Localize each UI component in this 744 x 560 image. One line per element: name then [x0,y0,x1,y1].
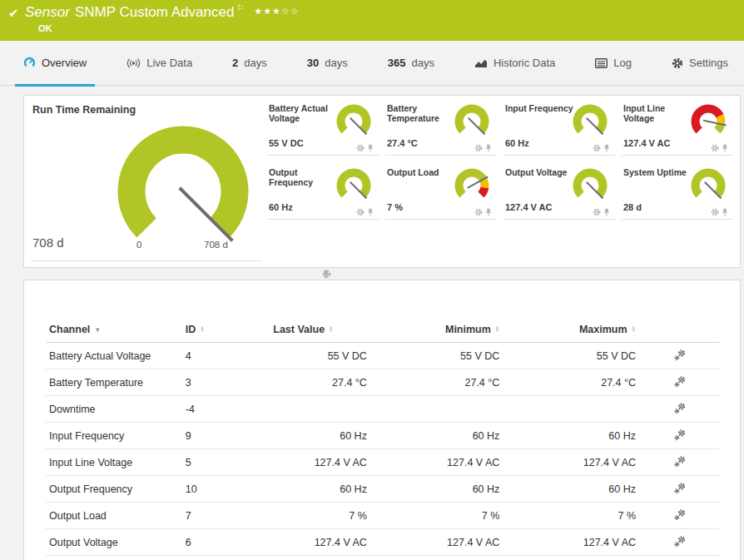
tab-30-days[interactable]: 30 days [307,41,348,86]
main-gauge-tile: Run Time Remaining 708 d 0 708 d [31,101,262,261]
cell-last-value [270,396,370,423]
cell-minimum: 55 V DC [370,343,503,369]
channel-settings-icon[interactable] [673,534,687,548]
column-header-minimum[interactable]: Minimum▲▼ [370,319,503,343]
gauge-value: 27.4 °C [387,138,418,148]
gauge-title: Battery Actual Voltage [269,103,339,123]
tab-live-data[interactable]: Live Data [126,41,192,86]
gear-icon[interactable] [474,144,483,152]
pin-icon[interactable] [722,144,728,152]
tab-number: 30 [307,57,319,69]
cell-channel[interactable]: Output Load [46,503,182,529]
channel-settings-icon[interactable] [673,348,687,361]
cell-last-value: 127.4 V AC [270,529,370,556]
table-row[interactable]: Output Frequency 10 60 Hz 60 Hz 60 Hz [46,476,720,503]
channel-table: Channel▼ ID▲▼ Last Value▲▼ Minimum▲▼ Max… [46,319,720,560]
gauge-title: Output Frequency [269,167,339,187]
tab-settings[interactable]: Settings [672,41,728,86]
column-header-maximum[interactable]: Maximum▲▼ [503,319,639,343]
pin-icon[interactable] [603,208,610,216]
cell-id: 3 [182,369,270,396]
column-header-last-value[interactable]: Last Value▲▼ [270,319,370,343]
gauge-tile-output-voltage: Output Voltage 127.4 V AC [503,165,615,220]
table-row[interactable]: Downtime -4 [46,396,720,423]
gauge-value: 127.4 V AC [505,202,552,212]
tab-2-days[interactable]: 2 days [232,41,267,86]
tab-historic-data[interactable]: Historic Data [474,41,555,86]
table-row[interactable]: Output Load 7 7 % 7 % 7 % [46,503,720,529]
tab-log[interactable]: Log [595,41,632,86]
tab-number: 2 [232,57,238,69]
main-gauge-min-label: 0 [136,240,141,250]
cell-minimum: 7 % [370,503,503,529]
cell-id: 9 [182,423,270,449]
pin-icon[interactable] [322,270,330,279]
cell-channel[interactable]: Downtime [46,396,182,423]
gauge-title: Input Frequency [505,103,575,113]
tab-bar: Overview Live Data 2 days 30 days 365 da… [0,41,744,86]
cell-last-value: 60 Hz [270,476,370,503]
column-header-id[interactable]: ID▲▼ [182,319,270,343]
gear-icon[interactable] [593,208,601,216]
gauge-title: Input Line Voltage [623,103,693,123]
mini-gauge [685,101,732,142]
mini-gauge [449,101,495,142]
gauge-tile-battery-temperature: Battery Temperature 27.4 °C [385,101,497,156]
table-row[interactable]: Battery Actual Voltage 4 55 V DC 55 V DC… [46,343,720,369]
tab-label: Log [613,57,632,69]
live-data-icon [126,58,141,68]
tab-label: Overview [42,57,87,69]
cell-channel[interactable]: Output Voltage [46,529,182,556]
settings-gear-icon [672,57,683,69]
channel-settings-icon[interactable] [673,508,687,521]
gauge-tile-input-line-voltage: Input Line Voltage 127.4 V AC [622,101,733,156]
channel-settings-icon[interactable] [673,401,687,414]
gear-icon[interactable] [711,144,719,152]
priority-stars[interactable]: ★★★☆☆ [254,6,299,16]
table-row[interactable]: Battery Temperature 3 27.4 °C 27.4 °C 27… [46,369,720,396]
column-header-channel[interactable]: Channel▼ [46,319,182,343]
mini-gauge [567,101,613,142]
channel-settings-icon[interactable] [673,454,687,468]
cell-id: 4 [182,343,270,369]
pin-icon[interactable] [722,208,728,216]
gauge-tile-output-frequency: Output Frequency 60 Hz [267,165,379,220]
pin-icon[interactable] [367,144,374,152]
table-row[interactable]: Input Line Voltage 5 127.4 V AC 127.4 V … [46,449,720,476]
cell-channel[interactable]: Input Line Voltage [46,449,182,476]
tab-365-days[interactable]: 365 days [388,41,434,86]
sort-desc-icon: ▼ [94,326,101,334]
gear-icon[interactable] [356,208,365,216]
table-row[interactable]: Input Frequency 9 60 Hz 60 Hz 60 Hz [46,423,720,449]
gear-icon[interactable] [593,144,601,152]
pin-icon[interactable] [603,144,610,152]
table-row[interactable]: Output Voltage 6 127.4 V AC 127.4 V AC 1… [46,529,720,556]
sort-icon: ▲▼ [495,325,499,332]
gear-icon[interactable] [711,208,719,216]
cell-last-value: 27.4 °C [270,369,370,396]
cell-channel[interactable]: Input Frequency [46,423,182,449]
pin-icon[interactable] [485,208,492,216]
cell-id: 10 [182,476,270,503]
gauge-tile-battery-actual-voltage: Battery Actual Voltage 55 V DC [267,101,379,156]
tab-overview[interactable]: Overview [23,41,87,86]
pin-icon[interactable] [485,144,492,152]
gauge-value: 60 Hz [269,202,293,212]
cell-maximum: 127.4 V AC [503,449,639,476]
gear-icon[interactable] [356,144,365,152]
mini-gauge [567,165,613,206]
table-row[interactable]: Run Time Remaining 2 708 d 708 d 708 d [46,556,720,560]
cell-channel[interactable]: Battery Temperature [46,369,182,396]
cell-maximum: 27.4 °C [503,369,639,396]
cell-channel[interactable]: Battery Actual Voltage [46,343,182,369]
channel-settings-icon[interactable] [673,374,687,388]
gear-icon[interactable] [474,208,483,216]
pin-icon[interactable] [367,208,374,216]
channel-settings-icon[interactable] [673,481,687,494]
mini-gauge-grid: Battery Actual Voltage 55 V DC Battery T… [267,101,733,220]
channel-settings-icon[interactable] [673,428,687,441]
cell-channel[interactable]: Run Time Remaining [46,556,182,560]
tab-label: days [411,57,434,69]
gauges-panel: Run Time Remaining 708 d 0 708 d Battery… [23,95,741,268]
cell-channel[interactable]: Output Frequency [46,476,182,503]
